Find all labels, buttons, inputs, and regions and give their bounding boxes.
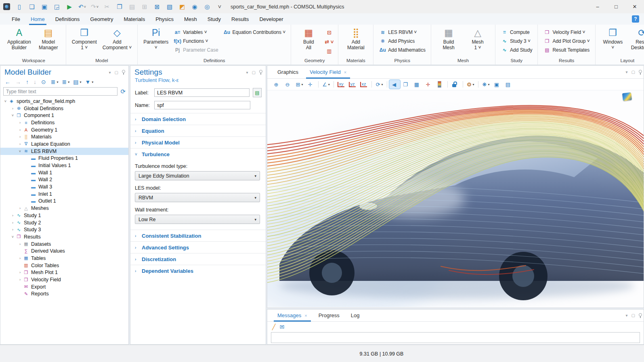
float-panel-icon[interactable]: ▢ — [631, 313, 635, 318]
delete-button[interactable]: ⊠ — [151, 2, 164, 12]
go-to-xz-view-button[interactable]: xz — [359, 80, 369, 89]
copy-button[interactable]: ❐ — [113, 2, 126, 12]
tree-item[interactable]: ˅ ❒ Component 1 — [0, 112, 128, 119]
panel-menu-icon[interactable]: ▾ — [626, 313, 628, 318]
menu-materials[interactable]: Materials — [118, 13, 150, 25]
tree-item[interactable]: › ❒ Mesh Plot 1 — [0, 269, 128, 276]
tree-item[interactable]: ∑ Derived Values — [0, 247, 128, 255]
tree-item[interactable]: ▬ Inlet 1 — [0, 190, 128, 198]
view-orientation-button[interactable]: ∠ ▾ — [321, 80, 331, 89]
section-equation[interactable]: › Equation — [130, 125, 266, 136]
tab-velocity-field[interactable]: Velocity Field × — [306, 66, 350, 78]
rename-label-button[interactable]: ▤ — [253, 88, 262, 97]
tree-expander[interactable]: › — [10, 213, 15, 218]
menu-geometry[interactable]: Geometry — [85, 13, 118, 25]
study-3-button[interactable]: ∿ Study 3 ˅ — [499, 38, 534, 45]
tree-expander[interactable]: ˅ — [3, 99, 8, 103]
tree-expander[interactable]: ˅ — [10, 113, 15, 117]
tree-item[interactable]: › △ Meshes — [0, 205, 128, 212]
menu-definitions[interactable]: Definitions — [50, 13, 85, 25]
name-input[interactable] — [154, 101, 250, 109]
add-material-button[interactable]: ⣿ AddMaterial — [342, 27, 369, 56]
tree-item[interactable]: ▬ Wall 1 — [0, 169, 128, 176]
tree-item[interactable]: › ▦ Datasets — [0, 241, 128, 248]
add-physics-button[interactable]: ❋ Add Physics — [377, 38, 427, 45]
tree-expander[interactable]: › — [17, 121, 23, 125]
clear-messages-button[interactable]: ╱ — [272, 324, 275, 330]
parameters-button[interactable]: Pi Parameters˅ — [141, 27, 170, 56]
float-panel-icon[interactable]: ▢ — [631, 70, 635, 74]
tree-item[interactable]: ˅ ❐ Results — [0, 233, 128, 241]
tree-expander[interactable]: › — [17, 142, 23, 146]
print-button[interactable]: ▤ — [503, 80, 514, 89]
clear-selection-button[interactable]: ◩ — [176, 2, 189, 12]
messages-output[interactable] — [271, 332, 640, 343]
compute-button[interactable]: = Compute — [499, 29, 534, 36]
tree-item[interactable]: › ⊕ Global Definitions — [0, 105, 128, 112]
maximize-button[interactable]: □ — [607, 0, 625, 13]
refresh-filter-icon[interactable]: ⟳ — [120, 88, 126, 95]
tree-expander[interactable]: › — [17, 270, 23, 274]
tab-progress[interactable]: Progress — [315, 310, 343, 321]
tree-expander[interactable]: › — [17, 135, 23, 139]
tree-expander[interactable]: ˅ — [10, 235, 15, 239]
move-down-button[interactable]: ↓ — [32, 78, 39, 86]
add-plot-group-button[interactable]: ❐ Add Plot Group ˅ — [541, 38, 591, 45]
tree-expander[interactable]: › — [17, 256, 23, 260]
tree-expander[interactable]: › — [17, 206, 23, 210]
parameter-case-button[interactable]: Pj Parameter Case — [172, 46, 220, 54]
tab-messages[interactable]: Messages × — [274, 310, 311, 321]
open-in-table-button[interactable]: ✉ — [279, 324, 284, 330]
windows-button[interactable]: ❐ Windows˅ — [599, 27, 627, 56]
tree-item[interactable]: ✉ Export — [0, 283, 128, 291]
zoom-extents-button[interactable]: ✛ — [305, 80, 316, 89]
tree-item[interactable]: ✎ Reports — [0, 291, 128, 298]
tree-item[interactable]: › ❒ Velocity Field — [0, 276, 128, 283]
section-domain-selection[interactable]: › Domain Selection — [130, 113, 266, 125]
panel-menu-icon[interactable]: ▾ — [626, 70, 628, 74]
float-panel-icon[interactable]: ▢ — [252, 70, 256, 75]
collapse-all-button[interactable]: ≣ ▾ — [49, 78, 60, 86]
tree-expander[interactable]: › — [10, 221, 15, 225]
go-back-button[interactable]: ← — [3, 78, 13, 86]
section-advanced-settings[interactable]: › Advanced Settings — [130, 241, 266, 253]
graphics-viewport[interactable] — [267, 90, 644, 307]
tree-expander[interactable]: › — [10, 228, 15, 232]
run-button[interactable]: ▶ — [63, 2, 76, 12]
menu-file[interactable]: File — [6, 13, 25, 25]
save-as-button[interactable]: ◲ — [51, 2, 63, 12]
equation-contributions-button[interactable]: Δu Equation Contributions ˅ — [222, 29, 287, 36]
turbulence-model-type-select[interactable]: Large Eddy Simulation ▾ — [135, 171, 260, 180]
show-axes-button[interactable]: ✛ — [423, 80, 434, 89]
variables-button[interactable]: a= Variables ˅ — [172, 29, 220, 36]
section-consistent-stabilization[interactable]: › Consistent Stabilization — [130, 230, 266, 241]
tree-expander[interactable]: › — [17, 278, 23, 282]
close-button[interactable]: ✕ — [625, 0, 644, 13]
add-mathematics-button[interactable]: Δu Add Mathematics — [377, 46, 427, 54]
show-color-legend-button[interactable] — [434, 80, 445, 89]
wall-treatment-select[interactable]: Low Re ▾ — [135, 215, 260, 224]
go-to-xy-view-button[interactable]: xy — [336, 80, 347, 89]
pin-icon[interactable] — [122, 70, 125, 73]
menu-physics[interactable]: Physics — [150, 13, 179, 25]
plot-thumbnail-button[interactable] — [622, 92, 632, 101]
show-button[interactable]: ⊙ — [40, 78, 49, 86]
section-dependent-variables[interactable]: › Dependent Variables — [130, 265, 266, 276]
node-label-button[interactable]: ▤ ▾ — [71, 78, 83, 86]
physics-interface-button[interactable]: ≋ LES RBVM ˅ — [377, 29, 427, 36]
pin-icon[interactable] — [259, 70, 262, 73]
rebuild-button[interactable]: ⇄ ˅ — [324, 38, 334, 45]
lock-view-button[interactable] — [450, 80, 461, 89]
section-turbulence[interactable]: ˅ Turbulence — [130, 148, 266, 160]
tree-expander[interactable]: › — [10, 107, 15, 111]
color-theme-button[interactable]: ❂ ▾ — [465, 80, 476, 89]
tree-item[interactable]: › ⣿ Materials — [0, 133, 128, 140]
filter-button[interactable]: ▼ ▾ — [83, 78, 95, 86]
result-templates-button[interactable]: ▤ Result Templates — [541, 46, 591, 54]
move-up-button[interactable]: ↑ — [24, 78, 31, 86]
tree-item[interactable]: › ▦ Tables — [0, 255, 128, 262]
tree-item[interactable]: ▥ Color Tables — [0, 262, 128, 269]
panel-menu-icon[interactable]: ▾ — [109, 70, 111, 75]
find-button[interactable]: ◉ — [189, 2, 201, 12]
go-to-yz-view-button[interactable]: yz — [347, 80, 358, 89]
